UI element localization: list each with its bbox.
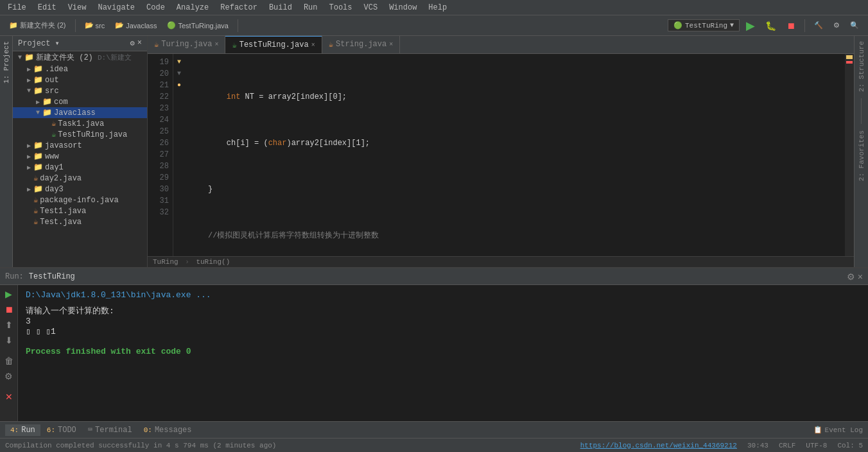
- toolbar-sep-3: [804, 19, 805, 32]
- run-output-area: D:\Java\jdk1.8.0_131\bin\java.exe ... 请输…: [18, 285, 868, 421]
- project-tab[interactable]: 1: Project: [1, 36, 12, 89]
- run-sidebar: ▶ ⏹ ⬆ ⬇ 🗑 ⚙ ✕: [0, 285, 18, 421]
- run-output-chars: ▯ ▯ ▯1: [26, 327, 56, 336]
- menu-file[interactable]: File: [3, 2, 31, 13]
- menu-analyze[interactable]: Analyze: [171, 2, 214, 13]
- menu-view[interactable]: View: [63, 2, 92, 13]
- stop-button[interactable]: ⏹: [783, 19, 799, 32]
- tree-javasort[interactable]: ▶ 📁 javasort: [13, 140, 147, 151]
- debug-button[interactable]: 🐛: [761, 19, 780, 32]
- messages-tab-num: 0:: [144, 426, 152, 434]
- menu-navigate[interactable]: Navigate: [92, 2, 140, 13]
- menu-build[interactable]: Build: [264, 2, 297, 13]
- terminal-tab-label: Terminal: [95, 426, 132, 435]
- tree-out[interactable]: ▶ 📁 out: [13, 74, 147, 85]
- tab-turing[interactable]: ☕ Turing.java ×: [148, 36, 225, 53]
- tree-label-packageinfo: package-info.java: [40, 196, 118, 205]
- menu-window[interactable]: Window: [384, 2, 422, 13]
- run-scroll-top-btn[interactable]: ⬆: [4, 318, 14, 331]
- run-settings-btn[interactable]: ⚙: [847, 272, 855, 282]
- run-clear-btn[interactable]: 🗑: [3, 354, 15, 367]
- tree-day1[interactable]: ▶ 📁 day1: [13, 162, 147, 173]
- tree-src[interactable]: ▼ 📁 src: [13, 85, 147, 96]
- gutter-mark-red: [846, 61, 853, 64]
- code-line-21: }: [190, 184, 840, 195]
- java-icon-string: ☕: [329, 40, 333, 49]
- tab-testturing[interactable]: ☕ TestTuRing.java ×: [225, 36, 322, 53]
- run-stop-btn[interactable]: ⏹: [3, 303, 15, 316]
- tree-day3[interactable]: ▶ 📁 day3: [13, 184, 147, 195]
- tree-task1[interactable]: ☕ Task1.java: [13, 118, 147, 129]
- run-config-selector[interactable]: 🟢 TestTuRing ▼: [668, 19, 740, 31]
- close-icon[interactable]: ×: [137, 39, 142, 48]
- tree-packageinfo[interactable]: ☕ package-info.java: [13, 195, 147, 205]
- tree-javaclass[interactable]: ▼ 📁 Javaclass: [13, 107, 147, 118]
- tree-test1[interactable]: ☕ Test1.java: [13, 205, 147, 216]
- tree-test[interactable]: ☕ Test.java: [13, 216, 147, 227]
- run-tab-num: 4:: [10, 426, 19, 434]
- tree-label-com: com: [54, 98, 68, 107]
- java-icon-task1: ☕: [51, 119, 56, 128]
- tree-label-testturing: TestTuRing.java: [58, 130, 127, 139]
- menu-bar: File Edit View Navigate Code Analyze Ref…: [0, 0, 868, 15]
- tree-testturing[interactable]: ☕ TestTuRing.java: [13, 129, 147, 140]
- code-content[interactable]: int NT = array2[index][0]; ch[i] = (char…: [185, 54, 845, 256]
- menu-help[interactable]: Help: [423, 2, 452, 13]
- tree-arrow-www: ▶: [24, 153, 33, 161]
- run-scroll-bottom-btn[interactable]: ⬇: [4, 334, 14, 347]
- menu-edit[interactable]: Edit: [33, 2, 62, 13]
- tree-com[interactable]: ▶ 📁 com: [13, 96, 147, 107]
- tab-close-testturing[interactable]: ×: [311, 42, 315, 49]
- structure-tab[interactable]: 2: Structure: [858, 39, 865, 94]
- tree-label-test1: Test1.java: [40, 207, 86, 216]
- search-everywhere-button[interactable]: 🔍: [846, 20, 863, 31]
- tree-root[interactable]: ▼ 📁 新建文件夹 (2) D:\新建文: [13, 51, 147, 64]
- status-encoding2: UTF-8: [806, 442, 827, 449]
- bottom-tab-messages[interactable]: 0: Messages: [139, 424, 197, 436]
- tab-close-turing[interactable]: ×: [214, 41, 218, 48]
- run-prompt-text: 请输入一个要计算的数:: [26, 306, 114, 316]
- tree-arrow-src: ▼: [24, 87, 33, 94]
- bottom-tab-terminal[interactable]: ⌨ Terminal: [83, 424, 137, 436]
- tree-label-javaclass: Javaclass: [54, 109, 96, 117]
- menu-tools[interactable]: Tools: [324, 2, 358, 13]
- run-close-btn[interactable]: ×: [858, 272, 863, 282]
- project-panel: Project ▾ ⚙ × ▼ 📁 新建文件夹 (2) D:\新建文 ▶ 📁 .…: [13, 36, 148, 267]
- javaclass-btn[interactable]: 📂 Javaclass: [111, 20, 161, 31]
- run-pin-btn[interactable]: ✕: [4, 390, 14, 403]
- tree-idea[interactable]: ▶ 📁 .idea: [13, 64, 147, 74]
- status-encoding: CRLF: [779, 442, 795, 449]
- bottom-tab-todo[interactable]: 6: TODO: [42, 424, 82, 436]
- menu-refactor[interactable]: Refactor: [215, 2, 263, 13]
- event-log-icon: 📋: [813, 426, 822, 434]
- tree-label-day1: day1: [45, 163, 64, 172]
- status-bar: Compilation completed successfully in 4 …: [0, 438, 868, 452]
- menu-vcs[interactable]: VCS: [359, 2, 383, 13]
- sync-icon[interactable]: ⚙: [130, 39, 135, 48]
- java-icon-test: ☕: [33, 217, 38, 227]
- code-line-22: //模拟图灵机计算后将字符数组转换为十进制整数: [190, 230, 840, 241]
- run-spacer: [26, 300, 860, 305]
- bottom-tab-run[interactable]: 4: Run: [5, 424, 40, 436]
- testturing-btn[interactable]: 🟢 TestTuRing.java: [163, 20, 232, 31]
- menu-run[interactable]: Run: [299, 2, 323, 13]
- project-header-title: Project ▾: [18, 39, 60, 48]
- bottom-tabs: 4: Run 6: TODO ⌨ Terminal 0: Messages 📋 …: [0, 421, 868, 438]
- settings-button[interactable]: ⚙: [829, 20, 844, 31]
- tree-day2[interactable]: ☕ day2.java: [13, 173, 147, 184]
- menu-code[interactable]: Code: [141, 2, 170, 13]
- tab-close-string[interactable]: ×: [389, 41, 393, 48]
- breadcrumb-method: tuRing(): [196, 258, 230, 266]
- run-button[interactable]: ▶: [742, 17, 759, 34]
- favorites-tab[interactable]: 2: Favorites: [858, 128, 865, 184]
- status-link[interactable]: https://blog.csdn.net/weixin_44369212: [580, 442, 737, 449]
- new-folder-btn[interactable]: 📁 新建文件夹 (2): [5, 19, 70, 31]
- run-play-btn[interactable]: ▶: [4, 288, 13, 300]
- tab-string[interactable]: ☕ String.java ×: [322, 36, 400, 53]
- tree-www[interactable]: ▶ 📁 www: [13, 151, 147, 162]
- java-icon-day2: ☕: [33, 173, 38, 183]
- src-btn[interactable]: 📂 src: [81, 20, 109, 31]
- run-filter-btn[interactable]: ⚙: [3, 370, 14, 383]
- status-time: 30:43: [747, 442, 768, 449]
- build-button[interactable]: 🔨: [810, 20, 827, 31]
